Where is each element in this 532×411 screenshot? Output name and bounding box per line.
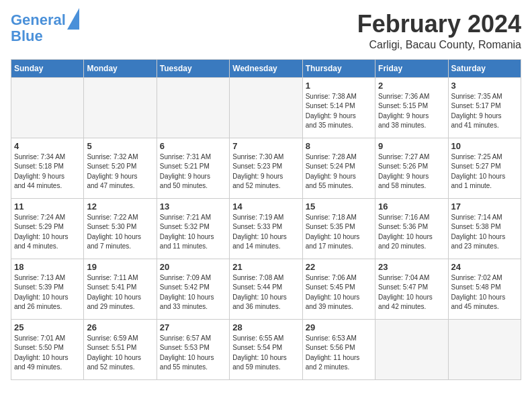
calendar-cell: 26Sunrise: 6:59 AM Sunset: 5:51 PM Dayli… [84, 319, 157, 379]
day-number: 17 [451, 201, 518, 212]
day-detail: Sunrise: 7:06 AM Sunset: 5:45 PM Dayligh… [306, 273, 372, 312]
calendar-cell: 3Sunrise: 7:35 AM Sunset: 5:17 PM Daylig… [448, 77, 521, 138]
calendar-week-row: 4Sunrise: 7:34 AM Sunset: 5:18 PM Daylig… [11, 138, 521, 198]
day-number: 27 [160, 322, 226, 332]
day-number: 6 [160, 141, 226, 151]
day-detail: Sunrise: 7:16 AM Sunset: 5:36 PM Dayligh… [378, 213, 445, 252]
day-number: 5 [87, 141, 153, 151]
day-detail: Sunrise: 7:18 AM Sunset: 5:35 PM Dayligh… [306, 213, 372, 252]
day-header-saturday: Saturday [448, 59, 521, 77]
calendar-cell: 1Sunrise: 7:38 AM Sunset: 5:14 PM Daylig… [302, 77, 375, 138]
day-number: 9 [378, 141, 445, 151]
calendar-cell: 7Sunrise: 7:30 AM Sunset: 5:23 PM Daylig… [230, 138, 302, 198]
day-detail: Sunrise: 6:59 AM Sunset: 5:51 PM Dayligh… [87, 334, 153, 373]
day-header-friday: Friday [375, 59, 448, 77]
calendar-week-row: 11Sunrise: 7:24 AM Sunset: 5:29 PM Dayli… [11, 198, 521, 259]
calendar-cell: 8Sunrise: 7:28 AM Sunset: 5:24 PM Daylig… [302, 138, 375, 198]
calendar-cell: 15Sunrise: 7:18 AM Sunset: 5:35 PM Dayli… [302, 198, 375, 259]
calendar-cell [84, 77, 157, 138]
calendar-cell: 20Sunrise: 7:09 AM Sunset: 5:42 PM Dayli… [157, 259, 229, 319]
calendar-week-row: 18Sunrise: 7:13 AM Sunset: 5:39 PM Dayli… [11, 259, 521, 319]
calendar-header-row: SundayMondayTuesdayWednesdayThursdayFrid… [11, 59, 521, 77]
day-number: 18 [14, 262, 81, 272]
day-number: 12 [87, 201, 153, 212]
calendar-cell: 5Sunrise: 7:32 AM Sunset: 5:20 PM Daylig… [84, 138, 157, 198]
day-detail: Sunrise: 6:53 AM Sunset: 5:56 PM Dayligh… [306, 334, 372, 373]
day-detail: Sunrise: 7:31 AM Sunset: 5:21 PM Dayligh… [160, 152, 226, 191]
calendar-cell: 21Sunrise: 7:08 AM Sunset: 5:44 PM Dayli… [230, 259, 302, 319]
calendar-cell: 18Sunrise: 7:13 AM Sunset: 5:39 PM Dayli… [11, 259, 84, 319]
day-detail: Sunrise: 7:36 AM Sunset: 5:15 PM Dayligh… [378, 92, 445, 131]
logo-blue-text: Blue [11, 28, 43, 44]
day-header-thursday: Thursday [302, 59, 375, 77]
logo-text: General [11, 12, 66, 28]
day-number: 8 [306, 141, 372, 151]
logo: General Blue [11, 11, 79, 44]
subtitle: Carligi, Bacau County, Romania [357, 39, 521, 51]
calendar-cell: 27Sunrise: 6:57 AM Sunset: 5:53 PM Dayli… [157, 319, 229, 379]
calendar-cell: 28Sunrise: 6:55 AM Sunset: 5:54 PM Dayli… [230, 319, 302, 379]
day-number: 15 [306, 201, 372, 212]
day-number: 25 [14, 322, 81, 332]
day-number: 13 [160, 201, 226, 212]
day-detail: Sunrise: 7:24 AM Sunset: 5:29 PM Dayligh… [14, 213, 81, 252]
calendar-cell [448, 319, 521, 379]
day-number: 20 [160, 262, 226, 272]
day-number: 26 [87, 322, 153, 332]
calendar-cell: 24Sunrise: 7:02 AM Sunset: 5:48 PM Dayli… [448, 259, 521, 319]
calendar-cell: 16Sunrise: 7:16 AM Sunset: 5:36 PM Dayli… [375, 198, 448, 259]
calendar-cell: 19Sunrise: 7:11 AM Sunset: 5:41 PM Dayli… [84, 259, 157, 319]
day-number: 10 [451, 141, 518, 151]
calendar-cell: 12Sunrise: 7:22 AM Sunset: 5:30 PM Dayli… [84, 198, 157, 259]
page-header: General Blue February 2024 Carligi, Baca… [11, 11, 521, 51]
day-header-tuesday: Tuesday [157, 59, 229, 77]
day-number: 28 [232, 322, 299, 332]
day-detail: Sunrise: 7:28 AM Sunset: 5:24 PM Dayligh… [306, 152, 372, 191]
day-detail: Sunrise: 7:25 AM Sunset: 5:27 PM Dayligh… [451, 152, 518, 191]
calendar-cell [157, 77, 229, 138]
day-number: 29 [306, 322, 372, 332]
day-detail: Sunrise: 7:38 AM Sunset: 5:14 PM Dayligh… [306, 92, 372, 131]
day-number: 1 [306, 81, 372, 91]
calendar-cell: 10Sunrise: 7:25 AM Sunset: 5:27 PM Dayli… [448, 138, 521, 198]
day-number: 16 [378, 201, 445, 212]
day-detail: Sunrise: 7:02 AM Sunset: 5:48 PM Dayligh… [451, 273, 518, 312]
calendar-cell: 22Sunrise: 7:06 AM Sunset: 5:45 PM Dayli… [302, 259, 375, 319]
calendar-week-row: 1Sunrise: 7:38 AM Sunset: 5:14 PM Daylig… [11, 77, 521, 138]
day-number: 7 [232, 141, 299, 151]
calendar-cell [375, 319, 448, 379]
calendar-cell: 11Sunrise: 7:24 AM Sunset: 5:29 PM Dayli… [11, 198, 84, 259]
day-header-sunday: Sunday [11, 59, 84, 77]
day-detail: Sunrise: 7:01 AM Sunset: 5:50 PM Dayligh… [14, 334, 81, 373]
day-detail: Sunrise: 7:04 AM Sunset: 5:47 PM Dayligh… [378, 273, 445, 312]
calendar-table: SundayMondayTuesdayWednesdayThursdayFrid… [11, 59, 521, 380]
calendar-cell [11, 77, 84, 138]
day-header-monday: Monday [84, 59, 157, 77]
day-number: 19 [87, 262, 153, 272]
main-title: February 2024 [357, 11, 521, 38]
day-detail: Sunrise: 7:11 AM Sunset: 5:41 PM Dayligh… [87, 273, 153, 312]
day-detail: Sunrise: 7:21 AM Sunset: 5:32 PM Dayligh… [160, 213, 226, 252]
day-detail: Sunrise: 7:30 AM Sunset: 5:23 PM Dayligh… [232, 152, 299, 191]
day-number: 4 [14, 141, 81, 151]
day-detail: Sunrise: 7:13 AM Sunset: 5:39 PM Dayligh… [14, 273, 81, 312]
day-number: 21 [232, 262, 299, 272]
day-detail: Sunrise: 7:32 AM Sunset: 5:20 PM Dayligh… [87, 152, 153, 191]
calendar-cell: 2Sunrise: 7:36 AM Sunset: 5:15 PM Daylig… [375, 77, 448, 138]
day-number: 22 [306, 262, 372, 272]
calendar-cell: 14Sunrise: 7:19 AM Sunset: 5:33 PM Dayli… [230, 198, 302, 259]
calendar-cell: 29Sunrise: 6:53 AM Sunset: 5:56 PM Dayli… [302, 319, 375, 379]
day-detail: Sunrise: 6:57 AM Sunset: 5:53 PM Dayligh… [160, 334, 226, 373]
logo-triangle-icon [67, 8, 79, 30]
day-detail: Sunrise: 7:34 AM Sunset: 5:18 PM Dayligh… [14, 152, 81, 191]
calendar-cell [230, 77, 302, 138]
calendar-cell: 25Sunrise: 7:01 AM Sunset: 5:50 PM Dayli… [11, 319, 84, 379]
day-number: 14 [232, 201, 299, 212]
day-header-wednesday: Wednesday [230, 59, 302, 77]
calendar-week-row: 25Sunrise: 7:01 AM Sunset: 5:50 PM Dayli… [11, 319, 521, 379]
day-detail: Sunrise: 7:27 AM Sunset: 5:26 PM Dayligh… [378, 152, 445, 191]
day-detail: Sunrise: 6:55 AM Sunset: 5:54 PM Dayligh… [232, 334, 299, 373]
day-detail: Sunrise: 7:19 AM Sunset: 5:33 PM Dayligh… [232, 213, 299, 252]
day-detail: Sunrise: 7:14 AM Sunset: 5:38 PM Dayligh… [451, 213, 518, 252]
day-number: 23 [378, 262, 445, 272]
